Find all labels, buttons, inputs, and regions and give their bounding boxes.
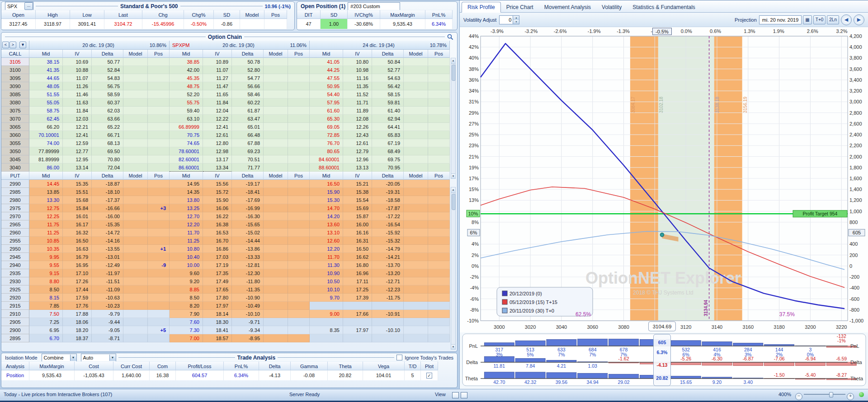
model-cell[interactable]: [404, 334, 428, 342]
iv-cell[interactable]: 12.79: [343, 147, 372, 155]
mid-cell[interactable]: 13.10: [310, 229, 343, 237]
iv-cell[interactable]: 15.38: [343, 188, 372, 196]
delta-cell[interactable]: -16.30: [232, 212, 264, 220]
delta-cell[interactable]: 52.80: [232, 66, 264, 74]
delta-cell[interactable]: -11.75: [372, 294, 404, 302]
mid-cell[interactable]: 12.25: [29, 212, 63, 220]
delta-cell[interactable]: -16.99: [232, 204, 264, 212]
iv-cell[interactable]: 12.61: [343, 139, 372, 147]
iv-cell[interactable]: 12.95: [63, 155, 92, 164]
iv-cell[interactable]: 12.80: [203, 139, 232, 147]
mid-cell[interactable]: 8.50: [170, 294, 203, 302]
delta-cell[interactable]: -11.09: [92, 285, 123, 294]
pos-cell[interactable]: [428, 285, 450, 294]
delta-cell[interactable]: 69.23: [232, 147, 264, 155]
model-cell[interactable]: [123, 188, 148, 196]
model-cell[interactable]: [264, 123, 288, 131]
model-cell[interactable]: [123, 204, 148, 212]
model-cell[interactable]: [123, 196, 148, 204]
mid-cell[interactable]: 78.60001: [170, 147, 203, 155]
delta-cell[interactable]: 70.51: [232, 155, 264, 164]
pos-cell[interactable]: [428, 147, 450, 155]
iv-cell[interactable]: 13.17: [203, 155, 232, 164]
iv-cell[interactable]: 11.89: [343, 107, 372, 115]
iv-cell[interactable]: 17.39: [343, 294, 372, 302]
pos-cell[interactable]: [148, 123, 170, 131]
mid-cell[interactable]: 7.30: [170, 326, 203, 334]
iv-cell[interactable]: 12.03: [63, 115, 92, 123]
mid-cell[interactable]: 11.70: [170, 229, 203, 237]
pos-cell[interactable]: [288, 326, 310, 334]
model-cell[interactable]: [264, 334, 288, 342]
iv-cell[interactable]: 11.07: [203, 66, 232, 74]
delta-cell[interactable]: -10.63: [92, 294, 123, 302]
iv-cell[interactable]: 15.35: [63, 180, 92, 188]
iv-cell[interactable]: 12.04: [203, 107, 232, 115]
model-cell[interactable]: [404, 302, 428, 310]
scroll-thumb[interactable]: [452, 194, 456, 210]
model-cell[interactable]: [404, 294, 428, 302]
pos-cell[interactable]: [148, 82, 170, 90]
pos-cell[interactable]: [288, 212, 310, 220]
pos-cell[interactable]: -9: [148, 261, 170, 269]
delta-cell[interactable]: 58.46: [232, 90, 264, 98]
pos-cell[interactable]: [288, 164, 310, 172]
pos-cell[interactable]: [288, 107, 310, 115]
mid-cell[interactable]: 7.00: [170, 334, 203, 342]
mid-cell[interactable]: [310, 318, 343, 326]
expiration-header-1[interactable]: SPXPM20 dic. 19 (30)11.06%: [170, 41, 310, 50]
mid-cell[interactable]: 54.40: [310, 90, 343, 98]
pos-cell[interactable]: [288, 139, 310, 147]
pos-cell[interactable]: [288, 237, 310, 245]
mid-cell[interactable]: 6.95: [29, 326, 63, 334]
scroll-up-icon[interactable]: ▲: [451, 187, 455, 193]
iv-cell[interactable]: 16.70: [203, 237, 232, 245]
delta-cell[interactable]: -14.79: [372, 245, 404, 253]
iv-cell[interactable]: 15.87: [343, 212, 372, 220]
model-cell[interactable]: [123, 74, 148, 82]
mid-cell[interactable]: 8.85: [170, 285, 203, 294]
mid-cell[interactable]: 81.89999: [29, 155, 63, 164]
pos-cell[interactable]: [428, 229, 450, 237]
pos-cell[interactable]: [428, 90, 450, 98]
mid-cell[interactable]: 10.50: [310, 277, 343, 285]
mid-cell[interactable]: 7.85: [29, 302, 63, 310]
model-cell[interactable]: [123, 326, 148, 334]
mid-cell[interactable]: 84.60001: [310, 155, 343, 164]
mid-cell[interactable]: 10.10: [310, 285, 343, 294]
iv-cell[interactable]: 11.07: [63, 74, 92, 82]
model-cell[interactable]: [123, 212, 148, 220]
mid-cell[interactable]: 8.50: [29, 285, 63, 294]
mid-cell[interactable]: 86.00: [29, 164, 63, 172]
pos-cell[interactable]: [148, 164, 170, 172]
delta-cell[interactable]: 72.04: [92, 164, 123, 172]
delta-cell[interactable]: -11.97: [92, 269, 123, 277]
model-cell[interactable]: [264, 188, 288, 196]
pos-cell[interactable]: [428, 237, 450, 245]
iv-cell[interactable]: 16.95: [63, 261, 92, 269]
2ln-button[interactable]: 2Ln: [827, 15, 839, 24]
mid-cell[interactable]: 7.60: [170, 318, 203, 326]
iv-cell[interactable]: 17.80: [203, 294, 232, 302]
iv-cell[interactable]: 17.88: [63, 310, 92, 318]
mid-cell[interactable]: 48.75: [170, 82, 203, 90]
iv-cell[interactable]: 10.69: [63, 58, 92, 66]
model-cell[interactable]: [123, 115, 148, 123]
delta-cell[interactable]: 54.77: [232, 74, 264, 82]
iv-cell[interactable]: 11.47: [203, 82, 232, 90]
delta-cell[interactable]: 56.42: [372, 82, 404, 90]
delta-cell[interactable]: -13.33: [232, 253, 264, 261]
mid-cell[interactable]: 63.10: [170, 115, 203, 123]
mid-cell[interactable]: 13.30: [29, 196, 63, 204]
delta-cell[interactable]: -17.69: [232, 196, 264, 204]
iv-cell[interactable]: 17.97: [203, 302, 232, 310]
plot-checkbox[interactable]: ✓: [426, 373, 432, 379]
model-cell[interactable]: [264, 204, 288, 212]
pos-cell[interactable]: [428, 164, 450, 172]
model-cell[interactable]: [264, 277, 288, 285]
mid-cell[interactable]: 9.95: [29, 253, 63, 261]
iv-cell[interactable]: 18.30: [203, 318, 232, 326]
iv-cell[interactable]: 12.77: [63, 147, 92, 155]
mid-cell[interactable]: 44.25: [310, 66, 343, 74]
delta-cell[interactable]: 52.84: [92, 66, 123, 74]
